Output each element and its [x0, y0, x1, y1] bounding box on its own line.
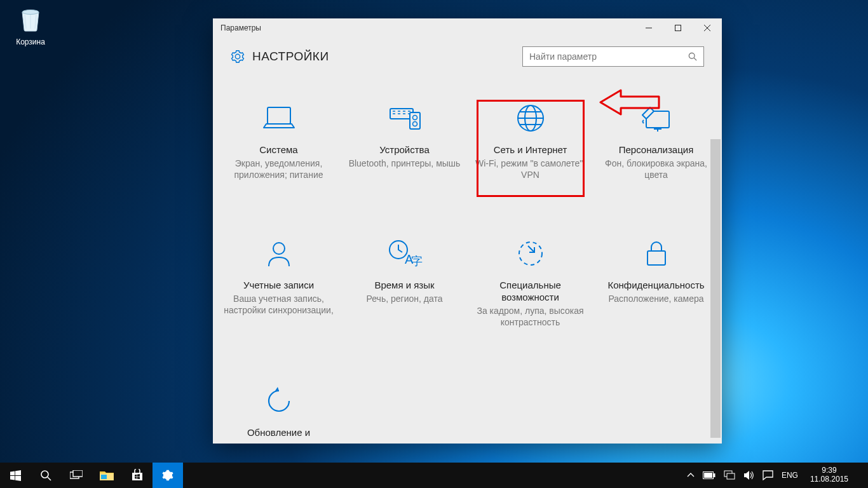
tile-system[interactable]: Система Экран, уведомления, приложения; … [219, 100, 339, 180]
tile-title: Устройства [344, 144, 465, 156]
tile-ease-of-access[interactable]: Специальные возможности За кадром, лупа,… [470, 235, 591, 328]
task-view-button[interactable] [61, 463, 92, 488]
tile-devices[interactable]: Устройства Bluetooth, принтеры, мышь [344, 100, 465, 180]
taskbar-app-settings[interactable] [153, 463, 183, 488]
recycle-bin-icon [16, 4, 45, 34]
tile-title: Персонализация [596, 144, 717, 156]
tile-time-language[interactable]: A字 Время и язык Речь, регион, дата [344, 235, 465, 328]
settings-window: Параметры НАСТРОЙКИ [213, 18, 722, 444]
gear-icon [161, 469, 174, 482]
svg-rect-23 [714, 473, 715, 477]
search-input[interactable] [529, 51, 688, 62]
svg-rect-16 [648, 251, 665, 265]
maximize-button[interactable] [663, 18, 693, 37]
search-icon [688, 52, 697, 61]
store-icon [131, 469, 144, 482]
windows-icon [10, 470, 21, 481]
devices-icon [387, 104, 423, 133]
svg-rect-19 [73, 470, 83, 477]
tile-sub: Расположение, камера [596, 293, 717, 304]
tile-accounts[interactable]: Учетные записи Ваша учетная запись, наст… [219, 235, 339, 328]
tray-clock[interactable]: 9:39 11.08.2015 [806, 466, 852, 484]
svg-rect-24 [704, 473, 712, 478]
svg-point-0 [22, 10, 39, 15]
gear-icon [231, 50, 245, 64]
tile-title: Система [219, 144, 339, 156]
tile-title: Учетные записи [219, 280, 339, 292]
tile-title: Специальные возможности [470, 280, 591, 304]
svg-rect-3 [268, 107, 290, 124]
taskbar-search-button[interactable] [31, 463, 61, 488]
minimize-button[interactable] [634, 18, 663, 37]
search-icon [40, 470, 51, 481]
system-tray: ENG 9:39 11.08.2015 [687, 463, 868, 488]
tile-privacy[interactable]: Конфиденциальность Расположение, камера [596, 235, 717, 328]
tray-chevron-up-icon[interactable] [687, 471, 695, 479]
tile-title: Обновление и [219, 427, 339, 439]
tile-sub: Wi-Fi, режим "в самолете", VPN [470, 158, 591, 180]
titlebar[interactable]: Параметры [213, 18, 722, 37]
tile-sub: Речь, регион, дата [344, 293, 465, 304]
tile-sub: Фон, блокировка экрана, цвета [596, 158, 717, 180]
action-center-icon[interactable] [763, 470, 773, 480]
tile-update[interactable]: Обновление и [219, 383, 339, 440]
update-icon [264, 386, 294, 416]
svg-point-2 [689, 53, 695, 58]
svg-rect-1 [675, 25, 681, 31]
close-button[interactable] [693, 18, 722, 37]
file-explorer-icon [100, 470, 114, 481]
desktop-icon-recycle[interactable]: Корзина [8, 4, 53, 46]
settings-header: НАСТРОЙКИ [213, 37, 722, 76]
tile-network[interactable]: Сеть и Интернет Wi-Fi, режим "в самолете… [470, 100, 591, 180]
svg-point-15 [519, 242, 542, 265]
tray-language[interactable]: ENG [782, 471, 798, 480]
svg-rect-26 [727, 473, 735, 479]
time-language-icon: A字 [387, 238, 423, 269]
svg-text:字: 字 [411, 255, 423, 268]
svg-point-17 [41, 471, 48, 478]
laptop-icon [261, 104, 297, 133]
tile-sub: За кадром, лупа, высокая контрастность [470, 305, 591, 328]
annotation-arrow [598, 88, 660, 120]
scrollbar-thumb[interactable] [710, 139, 721, 438]
globe-icon [515, 103, 546, 133]
svg-point-11 [273, 243, 285, 254]
task-view-icon [70, 470, 83, 480]
tile-title: Время и язык [344, 280, 465, 292]
tray-date: 11.08.2015 [810, 475, 848, 484]
lock-icon [642, 238, 670, 269]
tile-sub: Bluetooth, принтеры, мышь [344, 158, 465, 169]
person-icon [264, 238, 294, 269]
desktop-icon-label: Корзина [8, 37, 53, 46]
scrollbar[interactable] [710, 139, 721, 442]
taskbar: ENG 9:39 11.08.2015 [0, 463, 868, 488]
tile-title: Сеть и Интернет [470, 144, 591, 156]
start-button[interactable] [0, 463, 31, 488]
taskbar-app-explorer[interactable] [92, 463, 122, 488]
search-box[interactable] [522, 46, 704, 67]
tile-sub: Экран, уведомления, приложения; питание [219, 158, 339, 180]
battery-icon[interactable] [703, 471, 715, 479]
window-title: Параметры [220, 24, 261, 32]
taskbar-app-store[interactable] [122, 463, 153, 488]
tile-title: Конфиденциальность [596, 280, 717, 292]
page-title: НАСТРОЙКИ [252, 50, 329, 64]
ease-icon [515, 238, 546, 269]
volume-icon[interactable] [743, 470, 754, 480]
network-icon[interactable] [724, 470, 735, 480]
tray-time: 9:39 [810, 466, 848, 475]
svg-rect-21 [101, 475, 107, 479]
tile-sub: Ваша учетная запись, настройки синхрониз… [219, 293, 339, 316]
